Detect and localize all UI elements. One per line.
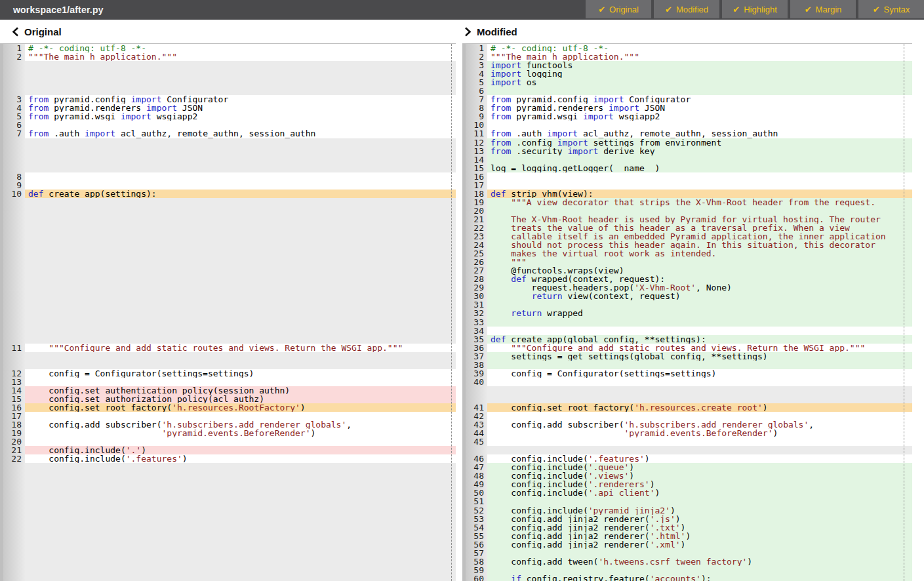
code-line — [3, 207, 456, 215]
code-text — [25, 506, 456, 515]
code-text: config.add_jinja2_renderer('.txt') — [487, 523, 912, 532]
code-line — [3, 266, 456, 275]
code-line: 42 — [466, 412, 912, 420]
line-number: 11 — [466, 129, 487, 138]
code-line — [3, 523, 456, 532]
line-number — [466, 395, 487, 403]
code-line — [3, 352, 456, 361]
code-line: 7from pyramid.config import Configurator — [466, 95, 912, 104]
code-line — [3, 164, 456, 172]
original-code-pane[interactable]: 1# -*- coding: utf-8 -*-2"""The main h a… — [0, 43, 456, 581]
code-line: 7from .auth import acl_authz, remote_aut… — [3, 129, 456, 138]
line-number: 9 — [3, 181, 25, 190]
code-line — [3, 283, 456, 292]
code-text: config.set_authentication_policy(session… — [25, 386, 456, 395]
toolbar-toggle-modified[interactable]: ✔Modified — [654, 0, 719, 18]
code-text: config.set_root_factory('h.resources.Roo… — [25, 403, 456, 412]
code-text: treats the value of this header as a tra… — [487, 224, 912, 232]
line-number — [3, 215, 25, 224]
code-text: config.include('.renderers') — [487, 480, 912, 489]
code-line: 21 The X-Vhm-Root header is used by Pyra… — [466, 215, 912, 224]
code-text — [487, 300, 912, 309]
code-text — [25, 532, 456, 540]
code-line — [3, 540, 456, 549]
code-text — [25, 327, 456, 335]
code-line: 30 return view(context, request) — [466, 292, 912, 300]
line-number: 51 — [466, 497, 487, 506]
code-line: 10 — [466, 121, 912, 129]
toolbar-toggle-label: Original — [609, 5, 639, 14]
code-text — [25, 471, 456, 480]
code-text — [25, 241, 456, 249]
line-number — [3, 361, 25, 369]
line-number: 52 — [466, 506, 487, 515]
toolbar-toggle-margin[interactable]: ✔Margin — [790, 0, 856, 18]
line-number: 55 — [466, 532, 487, 540]
code-text — [487, 361, 912, 369]
line-number — [3, 335, 25, 344]
line-number: 59 — [466, 566, 487, 574]
code-line — [3, 215, 456, 224]
code-text — [25, 335, 456, 344]
code-line: 24 should not process this header again.… — [466, 241, 912, 249]
line-number — [3, 327, 25, 335]
code-line: 2"""The main h application.""" — [466, 52, 912, 61]
code-text: from pyramid.config import Configurator — [25, 95, 456, 104]
code-line: 18def strip_vhm(view): — [466, 190, 912, 198]
line-number: 35 — [466, 335, 487, 344]
line-number: 56 — [466, 540, 487, 549]
code-line: 20 — [3, 437, 456, 446]
code-text — [25, 147, 456, 155]
line-number — [3, 164, 25, 172]
code-text: 'pyramid.events.BeforeRender') — [25, 429, 456, 437]
check-icon: ✔ — [805, 5, 812, 14]
line-number: 12 — [466, 138, 487, 147]
code-line: 11 """Configure and add static routes an… — [3, 344, 456, 352]
code-text: config.add_jinja2_renderer('.js') — [487, 515, 912, 523]
code-line — [3, 566, 456, 574]
line-number: 11 — [3, 344, 25, 352]
line-number — [3, 138, 25, 147]
line-number — [3, 198, 25, 207]
line-number: 10 — [3, 190, 25, 198]
modified-code-pane[interactable]: 1# -*- coding: utf-8 -*-2"""The main h a… — [462, 43, 912, 581]
toolbar-toggle-highlight[interactable]: ✔Highlight — [722, 0, 788, 18]
code-rows: 1# -*- coding: utf-8 -*-2"""The main h a… — [3, 44, 456, 581]
code-text: def strip_vhm(view): — [487, 190, 912, 198]
code-text — [487, 446, 912, 454]
code-line — [3, 557, 456, 566]
code-text — [487, 395, 912, 403]
code-line — [3, 318, 456, 327]
code-line — [466, 446, 912, 454]
code-line: 31 — [466, 300, 912, 309]
code-text: from pyramid.renderers import JSON — [25, 104, 456, 112]
code-line — [3, 327, 456, 335]
code-text: config.add_tween('h.tweens.csrf_tween_fa… — [487, 557, 912, 566]
code-line — [3, 155, 456, 164]
line-number — [3, 275, 25, 283]
code-text — [25, 463, 456, 471]
code-text — [25, 318, 456, 327]
code-line: 6 — [3, 121, 456, 129]
code-line — [3, 138, 456, 147]
code-text: should not process this header again. In… — [487, 241, 912, 249]
code-text — [487, 172, 912, 181]
code-text — [487, 378, 912, 386]
code-text — [487, 121, 912, 129]
line-number — [3, 574, 25, 581]
code-line: 55 config.add_jinja2_renderer('.html') — [466, 532, 912, 540]
line-number — [3, 480, 25, 489]
code-text — [25, 266, 456, 275]
code-line: 21 config.include('.') — [3, 446, 456, 454]
code-text — [487, 327, 912, 335]
line-number: 54 — [466, 523, 487, 532]
toolbar-toggle-original[interactable]: ✔Original — [586, 0, 651, 18]
line-number: 7 — [466, 95, 487, 104]
code-line: 56 config.add_jinja2_renderer('.xml') — [466, 540, 912, 549]
line-number: 20 — [466, 207, 487, 215]
line-number — [3, 78, 25, 87]
toolbar-toggle-syntax[interactable]: ✔Syntax — [858, 0, 924, 18]
code-text — [25, 207, 456, 215]
code-text — [25, 540, 456, 549]
code-line: 47 config.include('.queue') — [466, 463, 912, 471]
